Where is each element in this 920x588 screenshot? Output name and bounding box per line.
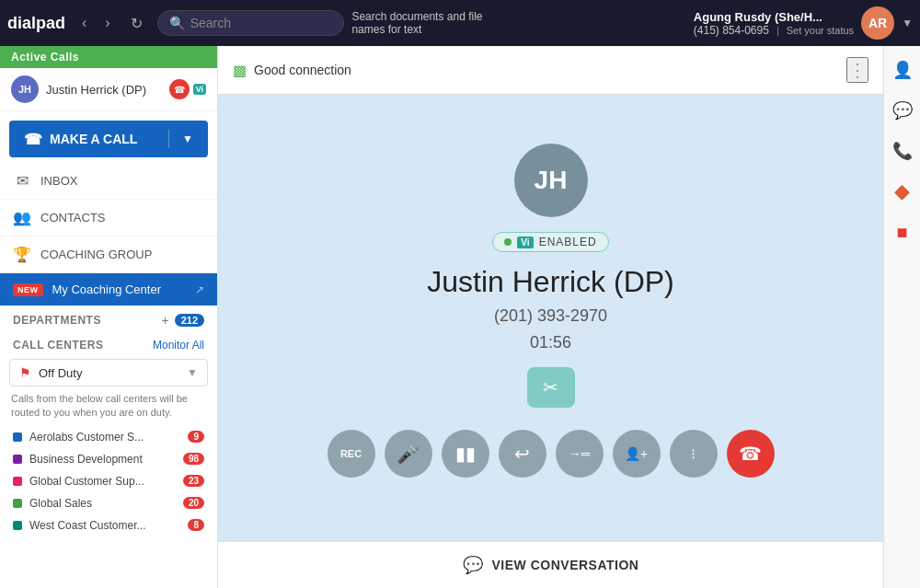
forward-icon: →═ <box>569 446 591 461</box>
logo: dialpad <box>7 14 65 33</box>
pause-icon: ▮▮ <box>455 443 476 465</box>
cc-count-badge: 20 <box>183 497 204 509</box>
cc-name: Business Development <box>29 453 176 466</box>
chat-icon: 💬 <box>463 555 483 575</box>
more-options-button[interactable]: ⋮ <box>846 57 868 83</box>
search-input[interactable] <box>190 16 333 30</box>
call-controls: REC 🎤 ▮▮ ↩ →═ 👤+ ⁝ <box>328 430 775 478</box>
hold-button[interactable]: ▮▮ <box>442 430 489 478</box>
cc-color-dot <box>13 455 22 464</box>
contacts-icon: 👥 <box>13 209 31 226</box>
sidebar-item-inbox[interactable]: ✉ INBOX <box>0 163 217 200</box>
cc-count-badge: 9 <box>188 431 204 443</box>
right-icon-dial[interactable]: 📞 <box>888 136 917 166</box>
sidebar: Active Calls JH Justin Herrick (DP) ☎ Vi… <box>0 46 218 588</box>
cc-color-dot <box>13 477 22 486</box>
departments-header: DEPARTMENTS + 212 <box>0 306 217 335</box>
scissors-button[interactable]: ✂ <box>527 367 575 408</box>
add-person-button[interactable]: 👤+ <box>613 430 661 478</box>
contacts-label: CONTACTS <box>40 211 106 225</box>
cc-count-badge: 8 <box>188 519 204 531</box>
call-icons: ☎ Vi <box>169 79 206 99</box>
off-duty-dropdown[interactable]: ⚑ Off Duty ▼ <box>9 359 208 386</box>
departments-add-button[interactable]: + <box>161 313 168 328</box>
transfer-icon: ↩ <box>514 443 530 465</box>
list-item[interactable]: Global Customer Sup... 23 <box>0 470 217 492</box>
right-icon-chat[interactable]: 💬 <box>888 96 917 125</box>
make-call-chevron-icon: ▼ <box>182 133 193 145</box>
list-item[interactable]: West Coast Customer... 8 <box>0 514 217 536</box>
right-icon-person[interactable]: 👤 <box>888 55 917 85</box>
cc-count-badge: 23 <box>183 475 204 487</box>
coaching-center-label: My Coaching Center <box>52 282 162 296</box>
call-centers-description: Calls from the below call centers will b… <box>0 392 217 426</box>
app-icon: ■ <box>896 222 907 243</box>
list-item[interactable]: Global Sales 20 <box>0 492 217 514</box>
zendesk-icon: ◆ <box>894 179 910 203</box>
connection-bar: ▩ Good connection ⋮ <box>218 46 883 95</box>
speech-bubble-icon: 💬 <box>892 100 913 121</box>
departments-count: 212 <box>175 314 204 327</box>
user-status[interactable]: Set your status <box>787 25 854 36</box>
list-item[interactable]: Aerolabs Customer S... 9 <box>0 426 217 448</box>
search-bar: 🔍 <box>157 10 345 36</box>
active-call-item[interactable]: JH Justin Herrick (DP) ☎ Vi <box>0 68 217 111</box>
cc-color-dot <box>13 521 22 530</box>
call-centers-label: CALL CENTERS <box>13 339 147 352</box>
sidebar-item-coaching-group[interactable]: 🏆 COACHING GROUP <box>0 236 217 273</box>
sidebar-item-contacts[interactable]: 👥 CONTACTS <box>0 200 217 236</box>
external-link-icon: ↗ <box>195 283 204 296</box>
keypad-button[interactable]: ⁝ <box>670 430 718 478</box>
contact-name-large: Justin Herrick (DP) <box>427 265 673 299</box>
hangup-button[interactable]: ☎ <box>727 430 775 478</box>
hangup-icon[interactable]: ☎ <box>169 79 190 99</box>
transfer-button[interactable]: ↩ <box>499 430 546 478</box>
contact-initials-large: JH <box>535 166 568 195</box>
call-name: Justin Herrick (DP) <box>46 83 162 97</box>
cc-color-dot <box>13 432 22 442</box>
rec-button[interactable]: REC <box>328 430 375 478</box>
coaching-icon: 🏆 <box>13 246 31 263</box>
nav-back-button[interactable]: ‹ <box>76 11 92 35</box>
inbox-icon: ✉ <box>13 172 31 190</box>
contact-phone: (201) 393-2970 <box>494 306 607 326</box>
top-bar: dialpad ‹ › ↻ 🔍 Search documents and fil… <box>0 0 920 46</box>
view-conversation-bar[interactable]: 💬 VIEW CONVERSATION <box>218 541 883 588</box>
inbox-label: INBOX <box>40 174 77 188</box>
vi-status-dot <box>504 238 512 246</box>
make-call-button[interactable]: ☎ MAKE A CALL ▼ <box>9 121 208 157</box>
forward-button[interactable]: →═ <box>556 430 604 478</box>
separator: | <box>776 25 779 36</box>
make-call-divider <box>168 130 169 148</box>
phone-icon: ☎ <box>24 131 42 148</box>
monitor-all-button[interactable]: Monitor All <box>153 339 204 352</box>
right-sidebar: 👤 💬 📞 ◆ ■ <box>883 46 920 588</box>
scissors-icon: ✂ <box>543 376 558 398</box>
doc-search-text: Search documents and file names for text <box>351 10 515 36</box>
user-name: Agung Rusdy (She/H... <box>694 10 854 24</box>
person-icon: 👤 <box>892 60 913 80</box>
user-info: Agung Rusdy (She/H... (415) 854-0695 | S… <box>694 6 913 40</box>
off-duty-flag-icon: ⚑ <box>19 365 31 380</box>
vi-active-badge: Vi <box>193 84 206 95</box>
refresh-button[interactable]: ↻ <box>123 11 150 36</box>
user-menu-chevron[interactable]: ▼ <box>902 17 913 29</box>
list-item[interactable]: Business Development 98 <box>0 448 217 470</box>
view-conversation-label: VIEW CONVERSATION <box>492 558 639 572</box>
sidebar-item-my-coaching-center[interactable]: NEW My Coaching Center ↗ <box>0 273 217 306</box>
right-icon-app[interactable]: ■ <box>888 217 917 247</box>
connection-status: Good connection <box>254 63 846 77</box>
off-duty-chevron-icon: ▼ <box>187 366 198 379</box>
user-phone: (415) 854-0695 <box>694 24 769 37</box>
nav-forward-button[interactable]: › <box>99 11 115 35</box>
signal-icon: ▩ <box>233 62 247 79</box>
mute-button[interactable]: 🎤 <box>385 430 432 478</box>
avatar[interactable]: AR <box>861 6 894 40</box>
vi-enabled-text: ENABLED <box>539 236 597 248</box>
hangup-call-icon: ☎ <box>739 443 762 465</box>
vi-label: Vi <box>517 236 533 248</box>
right-icon-zendesk[interactable]: ◆ <box>888 177 917 206</box>
new-badge: NEW <box>13 283 43 296</box>
departments-label: DEPARTMENTS <box>13 314 155 327</box>
cc-name: Aerolabs Customer S... <box>29 431 180 444</box>
